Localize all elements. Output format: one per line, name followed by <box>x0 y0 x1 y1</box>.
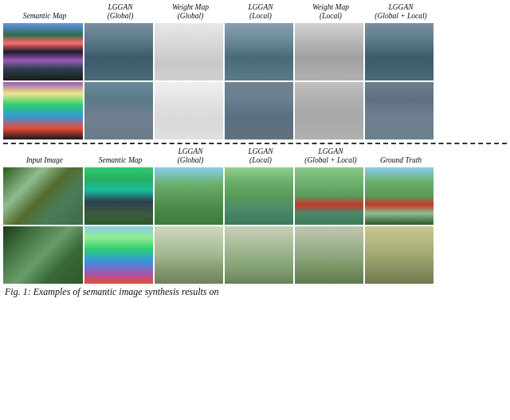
lggan-local-row2 <box>225 82 293 139</box>
main-container: Semantic Map LGGAN(Global) Weight Map(Gl… <box>0 0 510 420</box>
bottom-header-row: Input Image Semantic Map LGGAN(Global) L… <box>3 147 507 166</box>
bottom-col-header-5: LGGAN(Global + Local) <box>296 147 365 166</box>
bottom-col-lggan-local <box>225 167 293 284</box>
lggan-global-local-row2 <box>365 82 434 139</box>
figure-caption: Fig. 1: Examples of semantic image synth… <box>3 286 507 298</box>
input-image-row2 <box>3 226 83 284</box>
top-col-lggan-local <box>225 23 293 139</box>
lggan-gl-bot-row1 <box>295 167 363 225</box>
bottom-images-section <box>3 167 507 284</box>
section-divider <box>3 143 507 144</box>
lggan-g-bot-row2 <box>155 226 223 284</box>
lggan-global-row2 <box>84 82 153 139</box>
bottom-col-header-3: LGGAN(Global) <box>156 147 225 166</box>
ground-truth-row1 <box>365 167 434 225</box>
bottom-col-header-1: Input Image <box>5 156 84 165</box>
bottom-col-lggan-global <box>155 167 223 284</box>
semantic-map-row2 <box>3 82 83 139</box>
lggan-global-local-row1 <box>365 23 434 80</box>
ground-truth-row2 <box>365 226 434 284</box>
bottom-col-header-6: Ground Truth <box>367 156 435 165</box>
weight-map-global-row1 <box>155 23 223 80</box>
top-col-lggan-global <box>84 23 153 139</box>
semantic-bot-row2 <box>84 226 153 284</box>
bottom-col-semantic <box>84 167 153 284</box>
top-col-weight-local <box>295 23 363 139</box>
top-col-header-2: LGGAN(Global) <box>86 3 155 22</box>
top-col-semantic <box>3 23 83 139</box>
weight-map-local-row2 <box>295 82 363 139</box>
top-col-header-1: Semantic Map <box>5 12 84 21</box>
lggan-l-bot-row2 <box>225 226 293 284</box>
weight-map-local-row1 <box>295 23 363 80</box>
top-images-section <box>3 23 507 139</box>
top-col-weight-global <box>155 23 223 139</box>
lggan-global-row1 <box>84 23 153 80</box>
lggan-g-bot-row1 <box>155 167 223 225</box>
lggan-l-bot-row1 <box>225 167 293 225</box>
bottom-col-lggan-gl <box>295 167 363 284</box>
semantic-bot-row1 <box>84 167 153 225</box>
bottom-col-ground-truth <box>365 167 434 284</box>
top-col-header-3: Weight Map(Global) <box>156 3 225 22</box>
semantic-map-row1 <box>3 23 83 80</box>
lggan-local-row1 <box>225 23 293 80</box>
lggan-gl-bot-row2 <box>295 226 363 284</box>
top-col-lggan-global-local <box>365 23 434 139</box>
input-image-row1 <box>3 167 83 225</box>
bottom-col-input <box>3 167 83 284</box>
top-header-row: Semantic Map LGGAN(Global) Weight Map(Gl… <box>3 3 507 22</box>
bottom-col-header-4: LGGAN(Local) <box>226 147 295 166</box>
weight-map-global-row2 <box>155 82 223 139</box>
bottom-col-header-2: Semantic Map <box>86 156 155 165</box>
top-col-header-6: LGGAN(Global + Local) <box>367 3 435 22</box>
top-col-header-5: Weight Map(Local) <box>296 3 365 22</box>
top-col-header-4: LGGAN(Local) <box>226 3 295 22</box>
